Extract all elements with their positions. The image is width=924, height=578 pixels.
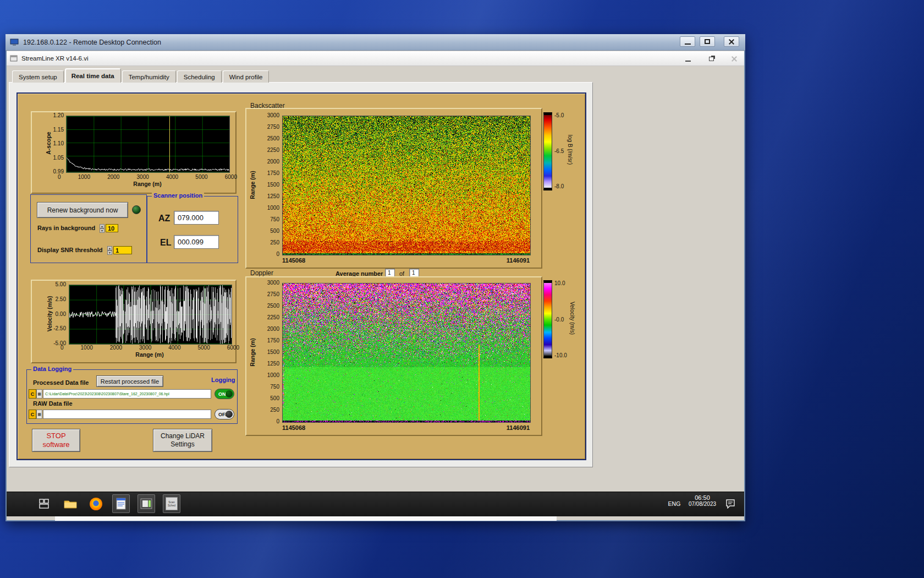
notepad-icon: [116, 498, 126, 510]
taskbar-clock[interactable]: 06:50 07/08/2023: [684, 494, 721, 507]
tick-label: -8.0: [554, 183, 564, 189]
snr-spinner[interactable]: ▲▼: [107, 246, 112, 254]
restore-icon: [709, 57, 714, 61]
notepad-button[interactable]: [112, 494, 130, 513]
toggle-knob: [226, 411, 233, 418]
renew-background-label: Renew background now: [47, 206, 118, 214]
scan-sched-line2: Sched: [168, 504, 175, 507]
tick-label: 2500: [267, 303, 279, 309]
tick-label: 3000: [267, 112, 279, 119]
doppler-colorbar-ticks: 10.0-0.0-10.0: [554, 280, 567, 358]
tab-temp-humidity[interactable]: Temp/humidity: [122, 70, 176, 83]
vi-titlebar[interactable]: StreamLine XR v14-6.vi: [7, 51, 744, 66]
rays-spinner[interactable]: ▲▼: [100, 224, 105, 232]
vi-close-button[interactable]: [726, 54, 743, 64]
processed-data-file-field[interactable]: C:\Lidar\Data\Proc\2023\202308\20230807\…: [43, 389, 211, 399]
backscatter-colorbar: [543, 112, 552, 190]
raw-logging-toggle[interactable]: OFF: [215, 409, 234, 419]
doppler-x-ticks: 1145068 1146091: [282, 424, 530, 431]
tick-label: 2750: [267, 291, 279, 298]
firefox-button[interactable]: [87, 494, 105, 513]
snr-threshold-field[interactable]: 1: [113, 246, 132, 254]
el-field[interactable]: 000.099: [174, 235, 219, 249]
rays-in-background-label: Rays in background: [37, 225, 95, 231]
rdp-titlebar[interactable]: 192.168.0.122 - Remote Desktop Connectio…: [6, 34, 745, 51]
raw-browse-button[interactable]: ▦: [36, 410, 42, 419]
app-window-button[interactable]: [138, 494, 155, 513]
tick-label: 4000: [168, 345, 180, 351]
tab-scheduling[interactable]: Scheduling: [177, 70, 222, 83]
velocity-x-ticks: 0100020003000400050006000: [61, 345, 239, 351]
tick-label: 2250: [267, 147, 279, 154]
change-lidar-settings-button[interactable]: Change LiDAR Settings: [153, 429, 212, 452]
velocity-y-ticks: 5.002.500.00-2.50-5.00: [48, 281, 66, 347]
rdp-maximize-button[interactable]: [700, 36, 715, 47]
raw-data-file-field[interactable]: [43, 410, 211, 419]
renew-background-button[interactable]: Renew background now: [37, 202, 128, 218]
raw-drive-box[interactable]: C: [29, 410, 36, 419]
clock-date: 07/08/2023: [684, 501, 721, 507]
backscatter-plot: [282, 116, 531, 255]
tick-label: 1750: [267, 170, 279, 177]
tick-label: 4000: [166, 174, 178, 180]
rays-in-background-field[interactable]: 10: [106, 224, 118, 232]
tick-label: 1000: [267, 372, 279, 379]
velocity-x-axis-label: Range (m): [135, 351, 163, 358]
tick-label: -10.0: [554, 352, 567, 358]
backscatter-colorbar-ticks: -5.0-6.5-8.0: [554, 112, 564, 189]
clock-time: 06:50: [684, 494, 721, 501]
task-view-button[interactable]: [35, 494, 53, 513]
processed-browse-button[interactable]: ▦: [36, 389, 42, 399]
rdp-minimize-button[interactable]: [680, 36, 695, 47]
tick-label: 1500: [267, 182, 279, 188]
tick-label: 1.10: [53, 140, 64, 147]
change-line2: Settings: [170, 440, 194, 449]
tab-wind-profile[interactable]: Wind profile: [223, 70, 270, 83]
tick-label: 1.15: [53, 127, 64, 133]
tick-label: -2.50: [53, 325, 66, 332]
language-indicator[interactable]: ENG: [666, 497, 683, 511]
tick-label: 0: [276, 418, 279, 425]
notification-center-button[interactable]: [722, 494, 739, 513]
vi-window-title: StreamLine XR v14-6.vi: [21, 55, 88, 62]
close-icon: [731, 56, 738, 62]
file-explorer-button[interactable]: [62, 494, 79, 513]
tick-label: 1500: [267, 349, 279, 356]
tick-label: 500: [270, 395, 279, 402]
vi-restore-button[interactable]: [703, 54, 719, 64]
tick-label: 1000: [267, 205, 279, 211]
stop-line1: STOP: [46, 432, 65, 440]
tick-label: -6.5: [554, 148, 564, 154]
doppler-x-start: 1145068: [282, 424, 305, 431]
average-total-field[interactable]: 1: [409, 269, 419, 277]
scan-scheduler-button[interactable]: Scan Sched: [163, 494, 180, 513]
rdp-close-button[interactable]: [724, 36, 739, 47]
restart-processed-file-label: Restart processed file: [101, 378, 159, 385]
az-field[interactable]: 079.000: [174, 211, 219, 225]
tick-label: 3000: [139, 345, 151, 351]
snr-threshold-label: Display SNR threshold: [37, 247, 103, 253]
taskbar-open-window-strip[interactable]: [55, 516, 557, 521]
processed-data-file-label: Processed Data file: [33, 379, 89, 386]
backscatter-y-ticks: 3000275025002250200017501500125010007505…: [257, 112, 279, 258]
processed-drive-box[interactable]: C: [29, 389, 36, 399]
tab-real-time-data[interactable]: Real time data: [65, 68, 121, 83]
average-number-field[interactable]: 1: [385, 269, 395, 277]
tick-label: 1000: [81, 345, 93, 351]
stop-software-button[interactable]: STOP software: [32, 429, 80, 452]
tab-system-setup[interactable]: System setup: [12, 70, 64, 83]
tick-label: 2000: [267, 326, 279, 332]
scanner-position-title: Scanner position: [152, 192, 204, 199]
tab-bar: System setup Real time data Temp/humidit…: [12, 69, 270, 83]
tick-label: 0: [58, 174, 61, 180]
processed-logging-toggle[interactable]: ON: [215, 389, 234, 399]
vi-minimize-button[interactable]: [680, 54, 696, 64]
ascope-x-ticks: 0100020003000400050006000: [58, 174, 237, 180]
vi-app-icon: [10, 55, 18, 62]
tick-label: 5.00: [56, 281, 66, 288]
restart-processed-file-button[interactable]: Restart processed file: [96, 375, 163, 387]
raw-data-file-label: RAW Data file: [33, 400, 73, 407]
rdp-window-title: 192.168.0.122 - Remote Desktop Connectio…: [23, 39, 161, 46]
backscatter-x-end: 1146091: [507, 257, 530, 264]
velocity-plot: [69, 285, 232, 345]
